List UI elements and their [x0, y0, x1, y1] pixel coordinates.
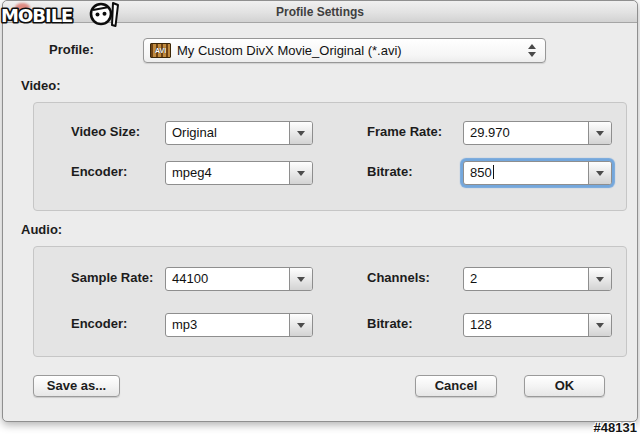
sample-rate-value: 44100: [166, 268, 289, 290]
sample-rate-combobox[interactable]: 44100: [165, 267, 313, 291]
page-background: Profile Settings Profile: AVI My Custom …: [0, 0, 640, 435]
audio-encoder-combobox[interactable]: mp3: [165, 313, 313, 337]
audio-bitrate-value: 128: [464, 314, 588, 336]
chevron-down-icon: [297, 171, 305, 176]
video-size-value: Original: [166, 122, 289, 144]
video-encoder-value: mpeg4: [166, 162, 289, 184]
profile-settings-dialog: Profile Settings Profile: AVI My Custom …: [2, 0, 638, 422]
chevron-down-icon: [596, 171, 604, 176]
post-id-watermark: #48131: [594, 420, 637, 435]
mobile01-logo: MOBILE: [0, 1, 128, 32]
video-section-label: Video:: [21, 78, 61, 93]
ok-button[interactable]: OK: [524, 375, 605, 397]
logo-text: MOBILE: [1, 5, 72, 26]
channels-value: 2: [464, 268, 588, 290]
audio-section-label: Audio:: [21, 222, 62, 237]
video-bitrate-label: Bitrate:: [367, 164, 413, 179]
sample-rate-dropdown-button[interactable]: [289, 268, 312, 290]
video-bitrate-value: 850: [464, 162, 588, 184]
audio-encoder-label: Encoder:: [71, 316, 127, 331]
channels-label: Channels:: [367, 270, 430, 285]
chevron-down-icon: [596, 323, 604, 328]
logo-eye-left: [96, 13, 100, 17]
video-size-dropdown-button[interactable]: [289, 122, 312, 144]
video-bitrate-combobox-focused[interactable]: 850: [463, 161, 612, 185]
save-as-button[interactable]: Save as...: [33, 375, 120, 397]
chevron-down-icon: [596, 277, 604, 282]
profile-label: Profile:: [49, 42, 94, 57]
audio-bitrate-combobox[interactable]: 128: [463, 313, 612, 337]
audio-group-box: [33, 246, 627, 357]
chevron-down-icon: [297, 131, 305, 136]
text-caret: [493, 165, 494, 179]
video-bitrate-dropdown-button[interactable]: [588, 162, 611, 184]
audio-encoder-value: mp3: [166, 314, 289, 336]
chevron-down-icon: [297, 277, 305, 282]
video-encoder-label: Encoder:: [71, 164, 127, 179]
profile-dropdown[interactable]: AVI My Custom DivX Movie_Original (*.avi…: [143, 38, 546, 63]
popup-updown-arrows-icon: [528, 44, 536, 57]
audio-encoder-dropdown-button[interactable]: [289, 314, 312, 336]
chevron-down-icon: [596, 131, 604, 136]
video-encoder-dropdown-button[interactable]: [289, 162, 312, 184]
audio-bitrate-dropdown-button[interactable]: [588, 314, 611, 336]
logo-banner: [112, 3, 118, 26]
profile-dropdown-value: My Custom DivX Movie_Original (*.avi): [177, 43, 528, 58]
frame-rate-value: 29.970: [464, 122, 588, 144]
channels-combobox[interactable]: 2: [463, 267, 612, 291]
cancel-button[interactable]: Cancel: [415, 375, 497, 397]
sample-rate-label: Sample Rate:: [71, 270, 153, 285]
frame-rate-dropdown-button[interactable]: [588, 122, 611, 144]
logo-eye-right: [103, 12, 107, 16]
video-size-combobox[interactable]: Original: [165, 121, 313, 145]
channels-dropdown-button[interactable]: [588, 268, 611, 290]
frame-rate-combobox[interactable]: 29.970: [463, 121, 612, 145]
frame-rate-label: Frame Rate:: [367, 124, 442, 139]
avi-file-icon: AVI: [150, 43, 171, 58]
video-size-label: Video Size:: [71, 124, 140, 139]
chevron-down-icon: [297, 323, 305, 328]
video-encoder-combobox[interactable]: mpeg4: [165, 161, 313, 185]
audio-bitrate-label: Bitrate:: [367, 316, 413, 331]
video-group-box: [33, 102, 627, 211]
